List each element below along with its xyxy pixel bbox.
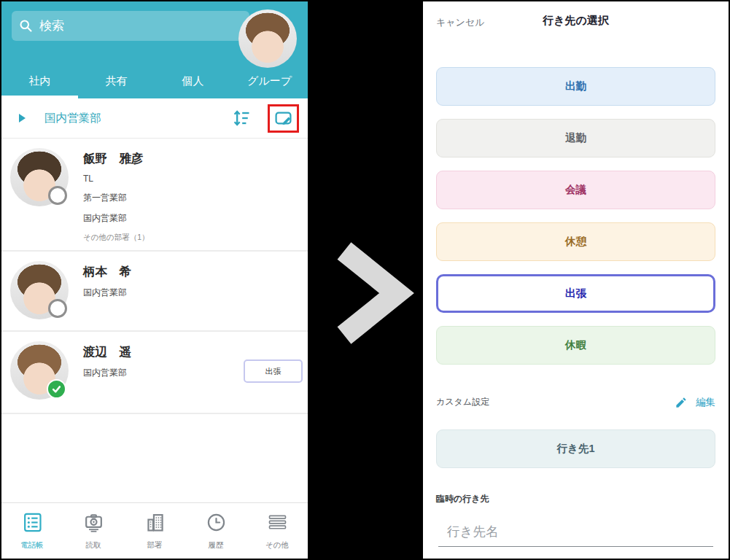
tab-label: 社内 (29, 74, 51, 88)
destination-button[interactable]: 休憩 (436, 222, 715, 261)
destination-header: キャンセル 行き先の選択 (423, 1, 729, 66)
pencil-icon (675, 395, 688, 409)
custom-settings-label: カスタム設定 (436, 396, 675, 408)
menu-icon (266, 511, 289, 537)
tab-label: 個人 (182, 74, 204, 88)
nav-item-history[interactable]: 履歴 (185, 503, 246, 559)
contact-avatar (10, 148, 69, 206)
custom-destination-buttons: 行き先1 (423, 429, 729, 468)
tab-internal[interactable]: 社内 (1, 64, 78, 98)
contact-row[interactable]: 飯野 雅彦TL第一営業部国内営業部その他の部署（1） (1, 139, 308, 252)
nav-item-camera[interactable]: 読取 (63, 503, 124, 559)
tab-group[interactable]: グループ (231, 64, 308, 98)
destination-select-screen: キャンセル 行き先の選択 出勤退勤会議休憩出張休暇 カスタム設定 編集 行き先1… (423, 1, 729, 559)
department-group-row[interactable]: 国内営業部 (1, 98, 308, 139)
temporary-destination-label: 臨時の行き先 (436, 493, 715, 505)
contact-info: 飯野 雅彦TL第一営業部国内営業部その他の部署（1） (83, 148, 150, 243)
tab-label: 共有 (106, 74, 128, 88)
custom-destination-button[interactable]: 行き先1 (436, 429, 715, 468)
building-icon (144, 511, 166, 537)
temporary-destination-field (438, 520, 713, 547)
destination-button[interactable]: 出勤 (436, 67, 715, 106)
nav-item-address-book[interactable]: 電話帳 (1, 503, 63, 559)
status-ring-icon (48, 299, 67, 318)
page-title: 行き先の選択 (423, 14, 729, 28)
custom-settings-row: カスタム設定 編集 (436, 395, 715, 409)
search-bar (12, 11, 249, 41)
contact-detail-line: 国内営業部 (83, 367, 131, 379)
contact-avatar (10, 341, 69, 400)
expand-triangle-icon[interactable] (19, 114, 26, 122)
edit-status-icon[interactable] (273, 109, 293, 128)
phonebook-screen: 社内共有個人グループ 国内営業部 飯野 雅彦TL第一営業部国内営業 (1, 1, 308, 559)
destination-status-badge[interactable]: 出張 (244, 359, 303, 383)
chevron-right-icon (308, 0, 423, 560)
contact-detail-line: 第一営業部 (83, 192, 150, 204)
destination-buttons: 出勤退勤会議休憩出張休暇 (423, 66, 729, 365)
other-departments-note: その他の部署（1） (83, 233, 150, 243)
contact-detail-line: 国内営業部 (83, 287, 131, 299)
status-ring-icon (48, 186, 67, 205)
nav-item-building[interactable]: 部署 (124, 503, 185, 559)
destination-button[interactable]: 出張 (436, 274, 715, 313)
empty-area (1, 414, 308, 502)
screenshot-frame: 社内共有個人グループ 国内営業部 飯野 雅彦TL第一営業部国内営業 (0, 0, 730, 560)
status-check-icon (47, 379, 66, 399)
destination-name-input[interactable] (438, 520, 713, 546)
contact-name: 柄本 希 (83, 264, 131, 280)
contact-info: 渡辺 遥国内営業部 (83, 341, 131, 405)
edit-label: 編集 (696, 396, 715, 409)
contact-row[interactable]: 柄本 希国内営業部 (1, 252, 308, 332)
tab-label: グループ (247, 74, 292, 88)
nav-label: その他 (265, 540, 289, 551)
nav-label: 電話帳 (20, 540, 44, 551)
contact-detail-line: 国内営業部 (83, 212, 150, 225)
contact-row[interactable]: 渡辺 遥国内営業部出張 (1, 332, 308, 414)
nav-label: 部署 (147, 540, 163, 551)
transition-divider (308, 0, 423, 560)
sort-order-icon[interactable] (231, 108, 252, 128)
search-icon (18, 18, 34, 34)
destination-button[interactable]: 会議 (436, 171, 715, 209)
contact-list: 飯野 雅彦TL第一営業部国内営業部その他の部署（1）柄本 希国内営業部渡辺 遥国… (1, 139, 308, 414)
contact-name: 渡辺 遥 (83, 344, 131, 360)
nav-label: 読取 (86, 540, 101, 551)
search-input[interactable] (12, 11, 249, 41)
bottom-navigation: 電話帳読取部署履歴その他 (1, 502, 308, 559)
user-avatar[interactable] (238, 9, 297, 68)
contact-info: 柄本 希国内営業部 (83, 261, 131, 323)
destination-button[interactable]: 退勤 (436, 119, 715, 158)
phonebook-header: 社内共有個人グループ (1, 1, 308, 98)
highlight-annotation-box (268, 104, 299, 133)
tab-bar: 社内共有個人グループ (1, 64, 308, 98)
tab-personal[interactable]: 個人 (155, 64, 231, 98)
destination-button[interactable]: 休暇 (436, 326, 715, 365)
history-icon (205, 511, 228, 537)
address-book-icon (21, 511, 44, 537)
tab-shared[interactable]: 共有 (78, 64, 155, 98)
contact-name: 飯野 雅彦 (83, 151, 150, 167)
nav-item-menu[interactable]: その他 (246, 503, 308, 559)
department-group-label: 国内営業部 (44, 111, 231, 126)
contact-detail-line: TL (83, 174, 150, 184)
nav-label: 履歴 (209, 540, 224, 551)
contact-avatar (10, 261, 69, 319)
edit-custom-button[interactable]: 編集 (675, 395, 715, 409)
camera-icon (82, 511, 105, 537)
